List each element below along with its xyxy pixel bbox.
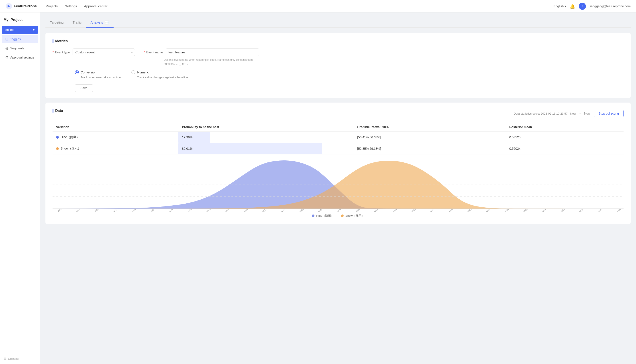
event-name-label: * Event name <box>144 50 163 54</box>
sidebar: My_Project online ▾ ⊞ Toggles ◎ Segments… <box>0 12 40 234</box>
prob-bar <box>178 143 322 154</box>
legend-hide-dot <box>312 214 314 217</box>
metrics-title: Metrics <box>53 39 623 43</box>
legend-show: Show（展示） <box>341 214 364 218</box>
x-axis-label: 0.56007 <box>373 209 380 212</box>
x-axis-label: 0.64093 <box>615 209 622 212</box>
segments-icon: ◎ <box>5 46 9 50</box>
posterior-cell: 0.53525 <box>506 132 623 143</box>
event-name-input[interactable] <box>166 48 259 56</box>
col-posterior: Posterior mean <box>506 122 623 132</box>
stats-separator: - <box>579 112 580 115</box>
tab-traffic[interactable]: Traffic <box>68 18 86 28</box>
event-name-field: * Event name Use this event name when re… <box>144 48 259 66</box>
sidebar-item-toggles[interactable]: ⊞ Toggles <box>2 35 38 44</box>
tab-analysis[interactable]: Analysis 📊 <box>86 18 114 28</box>
x-axis-label: 0.60361 <box>503 209 510 212</box>
x-axis-label: 0.62849 <box>577 209 585 212</box>
metrics-card: Metrics * Event type Custom event ▾ <box>46 33 631 98</box>
probability-cell: 17.99% <box>178 132 354 143</box>
numeric-radio[interactable] <box>131 70 135 74</box>
event-type-select-wrapper: Custom event ▾ <box>73 48 135 56</box>
conversion-desc: Track when user take an action <box>81 76 121 79</box>
x-axis-label: 0.51653 <box>242 209 249 212</box>
col-credible: Credible inteval: 90% <box>354 122 506 132</box>
conversion-radio-row[interactable]: Conversion <box>75 70 121 74</box>
data-card: Data Data statistics cycle: 2023-02-15 1… <box>46 102 631 224</box>
x-axis-label: 0.56629 <box>391 209 398 212</box>
x-axis-label: 0.58495 <box>447 209 454 212</box>
prob-value: 82.01% <box>182 147 192 150</box>
x-axis-label: 0.52897 <box>279 209 287 212</box>
variation-cell: Show（展示） <box>53 143 178 154</box>
table-row: Show（展示）82.01%[52.85%,59.18%]0.56024 <box>53 143 623 154</box>
user-email: jianggang@featureprobe.com <box>589 4 631 8</box>
notification-icon[interactable]: 🔔 <box>570 4 575 9</box>
x-axis-label: 0.62227 <box>559 209 566 212</box>
variation-dot <box>56 136 59 138</box>
chevron-down-icon: ▾ <box>564 4 566 8</box>
radio-group: Conversion Track when user take an actio… <box>75 70 623 79</box>
x-axis-label: 0.54141 <box>316 209 324 212</box>
x-axis-label: 0.59739 <box>484 209 492 212</box>
x-axis-label: 0.60983 <box>522 209 529 212</box>
x-axis-label: 0.57251 <box>410 209 417 212</box>
conversion-radio[interactable] <box>75 70 79 74</box>
stop-collecting-button[interactable]: Stop collecting <box>594 110 623 117</box>
stats-cycle-text: Data statistics cycle: 2023-02-15 10:23:… <box>514 112 576 115</box>
x-axis-label: 0.51031 <box>223 209 231 212</box>
nav-links: Projects Settings Approval center <box>46 4 553 8</box>
numeric-option[interactable]: Numeric Track value changes against a ba… <box>131 70 188 79</box>
sidebar-item-segments-label: Segments <box>10 46 24 50</box>
x-axis-label: 0.53519 <box>298 209 305 212</box>
conversion-label: Conversion <box>81 70 96 74</box>
env-selector[interactable]: online ▾ <box>2 26 38 34</box>
tab-targeting[interactable]: Targeting <box>46 18 68 28</box>
numeric-label: Numeric <box>137 70 149 74</box>
event-type-label: * Event type <box>53 50 70 54</box>
legend-hide: Hide（隐藏） <box>312 214 334 218</box>
x-axis-labels: 0.454340.460560.466770.472990.479210.485… <box>53 209 623 212</box>
legend-show-dot <box>341 214 344 217</box>
x-axis-label: 0.63471 <box>596 209 603 212</box>
x-axis-label: 0.57873 <box>428 209 436 212</box>
x-axis-label: 0.49787 <box>186 209 193 212</box>
x-axis-label: 0.49165 <box>167 209 175 212</box>
numeric-radio-row[interactable]: Numeric <box>131 70 188 74</box>
x-axis-label: 0.55385 <box>354 209 361 212</box>
x-axis-label: 0.47299 <box>111 209 119 212</box>
conversion-option[interactable]: Conversion Track when user take an actio… <box>75 70 121 79</box>
topnav-right: English ▾ 🔔 J jianggang@featureprobe.com <box>553 3 631 10</box>
x-axis-label: 0.50409 <box>205 209 212 212</box>
sidebar-item-approval-label: Approval settings <box>10 56 34 59</box>
sidebar-item-segments[interactable]: ◎ Segments <box>2 44 38 52</box>
data-table: Variation Probability to be the best Cre… <box>53 122 623 154</box>
logo[interactable]: FeatureProbe <box>5 3 37 10</box>
event-type-field: * Event type Custom event ▾ <box>53 48 135 56</box>
nav-settings[interactable]: Settings <box>65 4 77 8</box>
chart-legend: Hide（隐藏） Show（展示） <box>53 214 623 218</box>
sidebar-item-approval[interactable]: ⚙ Approval settings <box>2 53 38 62</box>
toggles-icon: ⊞ <box>5 37 8 41</box>
x-axis-label: 0.48543 <box>149 209 156 212</box>
event-type-select[interactable]: Custom event <box>73 48 135 56</box>
save-button[interactable]: Save <box>75 84 93 92</box>
x-axis-label: 0.61605 <box>540 209 548 212</box>
table-row: Hide（隐藏）17.99%[50.41%,56.63%]0.53525 <box>53 132 623 143</box>
language-selector[interactable]: English ▾ <box>553 4 566 8</box>
tabs: Targeting Traffic Analysis 📊 <box>46 18 631 28</box>
x-axis-label: 0.59117 <box>466 209 473 212</box>
nav-projects[interactable]: Projects <box>46 4 58 8</box>
avatar: J <box>579 3 586 10</box>
language-label: English <box>553 4 564 8</box>
data-title: Data <box>53 109 63 113</box>
data-header: Data Data statistics cycle: 2023-02-15 1… <box>53 109 623 118</box>
prob-value: 17.99% <box>182 136 192 139</box>
credible-cell: [50.41%,56.63%] <box>354 132 506 143</box>
logo-text: FeatureProbe <box>14 4 37 8</box>
x-axis-label: 0.47921 <box>130 209 137 212</box>
sidebar-item-toggles-label: Toggles <box>10 38 21 41</box>
variation-dot <box>56 147 59 150</box>
probability-cell: 82.01% <box>178 143 354 154</box>
nav-approval[interactable]: Approval center <box>84 4 108 8</box>
